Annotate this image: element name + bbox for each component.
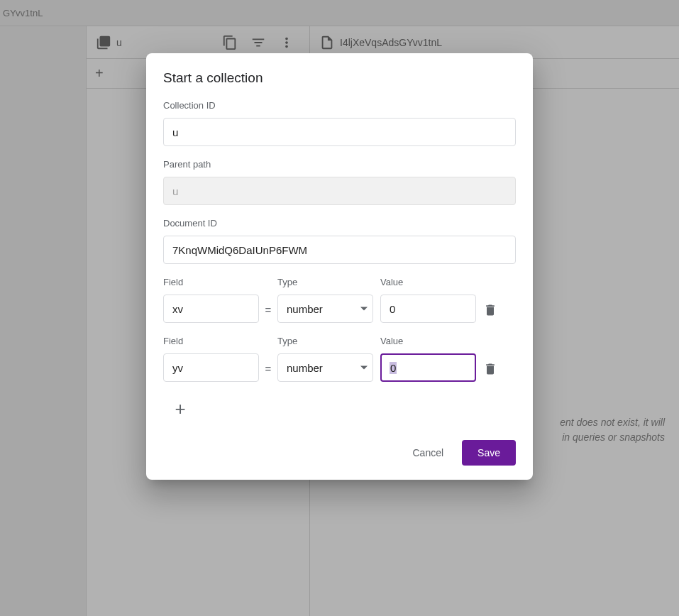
start-collection-dialog: Start a collection Collection ID Parent … [146, 53, 533, 480]
type-select-display[interactable] [277, 295, 373, 323]
type-select[interactable] [277, 353, 373, 382]
trash-icon [483, 362, 497, 376]
field-label: Field [163, 277, 259, 287]
dialog-title: Start a collection [163, 70, 516, 86]
plus-icon: + [175, 398, 185, 420]
field-value-input[interactable]: 0 [380, 353, 476, 382]
field-name-input[interactable] [163, 295, 259, 323]
document-id-label: Document ID [163, 218, 516, 229]
cancel-button[interactable]: Cancel [399, 440, 456, 466]
value-label: Value [380, 277, 476, 287]
collection-id-input[interactable] [163, 118, 516, 146]
type-select[interactable] [277, 295, 373, 323]
field-name-input[interactable] [163, 353, 259, 382]
selected-value-text: 0 [390, 362, 397, 374]
type-select-display[interactable] [277, 353, 373, 382]
field-row: Field = Type Value 0 [163, 336, 516, 382]
field-label: Field [163, 336, 259, 346]
document-id-input[interactable] [163, 236, 516, 264]
add-field-button[interactable]: + [170, 399, 190, 419]
delete-field-button[interactable] [483, 303, 497, 320]
delete-field-button[interactable] [483, 362, 497, 379]
collection-id-label: Collection ID [163, 100, 516, 111]
parent-path-label: Parent path [163, 159, 516, 170]
equals-sign: = [259, 304, 277, 323]
trash-icon [483, 303, 497, 317]
save-button[interactable]: Save [462, 440, 516, 466]
modal-overlay[interactable]: Start a collection Collection ID Parent … [0, 0, 679, 616]
field-value-input[interactable] [380, 295, 476, 323]
equals-sign: = [259, 363, 277, 382]
type-label: Type [277, 277, 373, 287]
field-row: Field = Type Value [163, 277, 516, 323]
value-label: Value [380, 336, 476, 346]
dialog-actions: Cancel Save [163, 440, 516, 466]
parent-path-input [163, 177, 516, 205]
type-label: Type [277, 336, 373, 346]
